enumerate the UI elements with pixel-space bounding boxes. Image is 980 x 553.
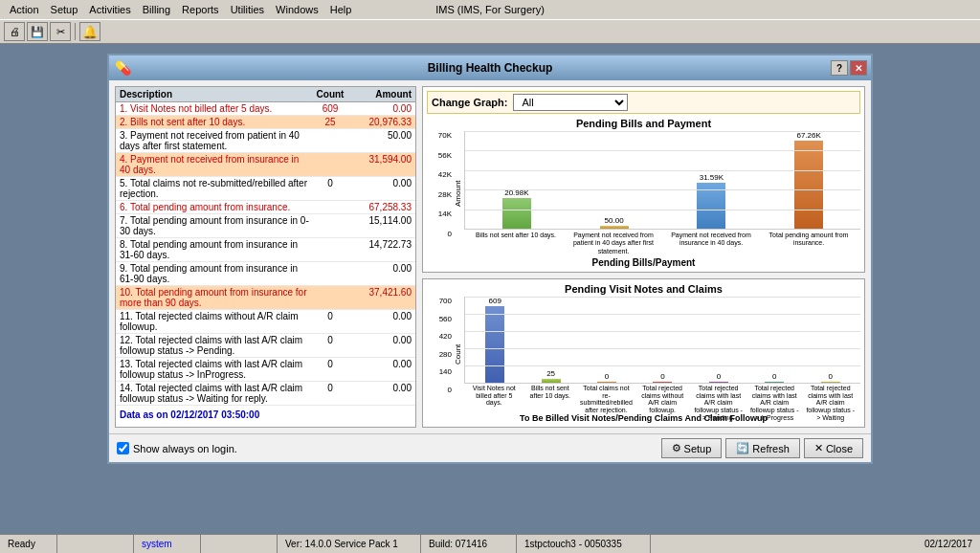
bar-c2-1 — [485, 306, 504, 383]
chart2-bars-wrapper: 609 25 0 — [464, 297, 860, 411]
chart2-bars-container: 609 25 0 — [464, 297, 860, 384]
col-description: Description — [120, 89, 311, 100]
refresh-label: Refresh — [752, 443, 790, 454]
graph-controls: Change Graph: All Pending Bills Visit No… — [427, 91, 860, 114]
chart1-bars-container: 20.98K 50.00 31.59K — [464, 131, 860, 230]
status-ready: Ready — [0, 535, 57, 553]
bar-group-1: 20.98K — [471, 188, 563, 229]
menubar: IMS (IMS, For Surgery) Action Setup Acti… — [0, 0, 980, 19]
bar-1 — [502, 198, 531, 229]
status-build: Build: 071416 — [421, 535, 517, 553]
status-user: system — [134, 535, 201, 553]
bar-2 — [600, 226, 629, 229]
col-amount: Amount — [349, 89, 412, 100]
menubar-item-billing[interactable]: Billing — [137, 2, 176, 17]
show-always-checkbox-label[interactable]: Show always on login. — [117, 442, 237, 454]
bar-4 — [794, 141, 823, 229]
table-row: 13. Total rejected claims with last A/R … — [116, 358, 415, 382]
status-instance: 1stpctouch3 - 0050335 — [517, 535, 651, 553]
dialog-footer: Show always on login. ⚙ Setup 🔄 Refresh … — [109, 433, 871, 462]
dialog-body: Description Count Amount 1. Visit Notes … — [109, 80, 871, 433]
table-row: 14. Total rejected claims with last A/R … — [116, 382, 415, 406]
bar-group-2: 50.00 — [568, 216, 660, 229]
menubar-item-windows[interactable]: Windows — [270, 2, 324, 17]
table-row: 7. Total pending amount from insurance i… — [116, 214, 415, 238]
bar-group-c2-5: 0 — [693, 372, 745, 383]
bar-group-3: 31.59K — [666, 173, 758, 229]
dialog-titlebar: 💊 Billing Health Checkup ? ✕ — [109, 55, 871, 80]
chart1-title: Pending Bills and Payment — [427, 118, 860, 129]
chart1-subtitle: Pending Bills/Payment — [427, 257, 860, 268]
menubar-item-activities[interactable]: Activities — [83, 2, 136, 17]
graph-select[interactable]: All Pending Bills Visit Notes — [513, 94, 628, 111]
dialog-title: Billing Health Checkup — [428, 61, 553, 75]
chart1-area: 70K 56K 42K 28K 14K 0 Amount — [427, 131, 860, 255]
close-icon: ✕ — [814, 442, 823, 454]
statusbar: Ready system Ver: 14.0.0 Service Pack 1 … — [0, 534, 980, 553]
menubar-item-reports[interactable]: Reports — [176, 2, 225, 17]
bar-group-4: 67.26K — [763, 131, 855, 229]
status-spacer2 — [201, 535, 278, 553]
data-date: Data as on 02/12/2017 03:50:00 — [116, 406, 415, 424]
dialog-help-button[interactable]: ? — [831, 60, 848, 76]
show-always-label: Show always on login. — [133, 443, 237, 454]
status-spacer — [57, 535, 134, 553]
close-label: Close — [826, 443, 853, 454]
main-area: 💊 Billing Health Checkup ? ✕ Description… — [0, 44, 980, 534]
chart1-x-labels: Bills not sent after 10 days. Payment no… — [464, 232, 860, 255]
table-row: 8. Total pending amount from insurance i… — [116, 238, 415, 262]
bar-group-c2-3: 0 — [581, 372, 633, 383]
dialog-icon: 💊 — [115, 60, 131, 76]
menubar-item-action[interactable]: Action — [4, 2, 45, 17]
table-row: 12. Total rejected claims with last A/R … — [116, 334, 415, 358]
bar-c2-6 — [765, 382, 784, 383]
toolbar-btn-1[interactable]: 🖨 — [4, 22, 25, 41]
bar-c2-4 — [653, 382, 672, 383]
table-row: 11. Total rejected claims without A/R cl… — [116, 310, 415, 334]
dialog-controls: ? ✕ — [831, 60, 867, 76]
setup-button[interactable]: ⚙ Setup — [661, 438, 723, 458]
bar-group-c2-6: 0 — [748, 372, 800, 383]
bar-c2-2 — [542, 379, 561, 383]
menubar-item-utilities[interactable]: Utilities — [225, 2, 270, 17]
refresh-icon: 🔄 — [736, 442, 749, 454]
pending-visit-notes-chart: Pending Visit Notes and Claims 700 560 4… — [422, 278, 865, 428]
billing-health-dialog: 💊 Billing Health Checkup ? ✕ Description… — [107, 54, 873, 464]
pending-bills-chart: Change Graph: All Pending Bills Visit No… — [422, 86, 865, 273]
chart1-y-label: Amount — [454, 131, 462, 255]
col-count: Count — [311, 89, 349, 100]
gear-icon: ⚙ — [672, 442, 681, 454]
status-version: Ver: 14.0.0 Service Pack 1 — [278, 535, 421, 553]
chart1-y-axis: 70K 56K 42K 28K 14K 0 — [427, 131, 454, 255]
bar-group-c2-2: 25 — [524, 369, 576, 383]
bar-group-c2-4: 0 — [636, 372, 688, 383]
show-always-checkbox[interactable] — [117, 442, 129, 454]
toolbar-btn-2[interactable]: 💾 — [27, 22, 48, 41]
bar-group-c2-7: 0 — [805, 372, 857, 383]
toolbar-btn-3[interactable]: ✂ — [50, 22, 71, 41]
bar-group-c2-1: 609 — [469, 297, 521, 383]
chart2-y-label: Count — [454, 297, 462, 411]
bar-c2-3 — [597, 382, 616, 383]
table-row: 3. Payment not received from patient in … — [116, 129, 415, 153]
table-row[interactable]: 2. Bills not sent after 10 days. 25 20,9… — [116, 116, 415, 129]
table-row[interactable]: 1. Visit Notes not billed after 5 days. … — [116, 102, 415, 116]
bar-c2-5 — [709, 382, 728, 383]
toolbar-btn-4[interactable]: 🔔 — [79, 22, 100, 41]
bar-c2-7 — [821, 382, 840, 383]
chart2-title: Pending Visit Notes and Claims — [427, 283, 860, 295]
menubar-item-help[interactable]: Help — [324, 2, 358, 17]
bar-3 — [697, 183, 725, 229]
table-row: 6. Total pending amount from insurance. … — [116, 201, 415, 214]
chart2-y-axis: 700 560 420 280 140 0 — [427, 297, 454, 411]
refresh-button[interactable]: 🔄 Refresh — [725, 438, 800, 458]
status-date: 02/12/2017 — [917, 535, 980, 553]
chart1-bars-wrapper: 20.98K 50.00 31.59K — [464, 131, 860, 255]
close-button[interactable]: ✕ Close — [804, 438, 863, 458]
dialog-close-button[interactable]: ✕ — [850, 60, 867, 76]
table-panel: Description Count Amount 1. Visit Notes … — [115, 86, 416, 428]
toolbar: 🖨 💾 ✂ 🔔 — [0, 19, 980, 44]
menubar-item-setup[interactable]: Setup — [45, 2, 84, 17]
graph-label: Change Graph: — [432, 97, 507, 108]
setup-label: Setup — [684, 443, 712, 454]
